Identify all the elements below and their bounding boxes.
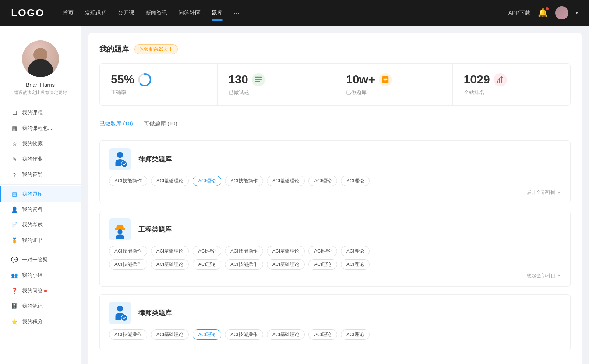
notification-bell[interactable]: 🔔 xyxy=(538,8,548,18)
svg-rect-4 xyxy=(255,81,260,82)
sidebar-label-one-on-one: 一对一答疑 xyxy=(22,257,48,263)
stat-ranking: 1029 全站排名 xyxy=(453,64,571,105)
ranking-stat-icon xyxy=(494,73,507,86)
tags-row2-engineer: ACI技能操作 ACI基础理论 ACI理论 ACI技能操作 ACI基础理论 AC… xyxy=(109,259,561,270)
nav-menu: 首页 发现课程 公开课 新闻资讯 问答社区 题库 ··· xyxy=(63,8,508,18)
nav-qa[interactable]: 问答社区 xyxy=(179,8,201,18)
svg-rect-11 xyxy=(501,77,502,83)
sidebar-label-my-courses: 我的课程 xyxy=(22,110,43,116)
tag-lawyer1-3[interactable]: ACI技能操作 xyxy=(225,176,263,186)
app-download-button[interactable]: APP下载 xyxy=(508,10,530,17)
ranking-chart-icon xyxy=(496,76,504,84)
tag-lawyer1-1[interactable]: ACI基础理论 xyxy=(151,176,189,186)
questions-icon: ? xyxy=(11,171,18,178)
tag-eng-r2-6[interactable]: ACI理论 xyxy=(341,259,370,270)
banks-stat-icon xyxy=(379,73,392,86)
sidebar-item-points[interactable]: ⭐ 我的积分 xyxy=(0,314,81,329)
book-icon xyxy=(381,76,389,84)
accuracy-donut-chart xyxy=(138,73,151,86)
nav-opencourse[interactable]: 公开课 xyxy=(118,8,134,18)
user-avatar[interactable] xyxy=(555,6,568,19)
tag-eng-r2-5[interactable]: ACI理论 xyxy=(308,259,337,270)
profile-icon: 👤 xyxy=(11,206,18,213)
tag-lawyer1-5[interactable]: ACI理论 xyxy=(308,176,337,186)
profile-avatar[interactable] xyxy=(22,40,59,77)
nav-questions[interactable]: 题库 xyxy=(212,8,223,18)
sidebar-label-points: 我的积分 xyxy=(22,318,43,325)
sidebar-item-my-courses[interactable]: ☐ 我的课程 xyxy=(0,105,81,121)
svg-point-15 xyxy=(117,229,122,234)
tag-eng-r1-2[interactable]: ACI理论 xyxy=(193,246,221,256)
tag-lawyer1-4[interactable]: ACI基础理论 xyxy=(267,176,305,186)
lawyer-svg xyxy=(111,150,129,168)
sidebar-label-notes: 我的笔记 xyxy=(22,303,43,310)
trial-badge: 体验剩余23天！ xyxy=(134,44,178,54)
page-wrapper: Brian Harris 错误的决定比没有决定要好 ☐ 我的课程 ▦ 我的课程包… xyxy=(0,26,589,364)
nav-home[interactable]: 首页 xyxy=(63,8,74,18)
tag-eng-r2-4[interactable]: ACI基础理论 xyxy=(267,259,305,270)
sidebar: Brian Harris 错误的决定比没有决定要好 ☐ 我的课程 ▦ 我的课程包… xyxy=(0,26,81,364)
tag-eng-r1-0[interactable]: ACI技能操作 xyxy=(109,246,147,256)
tag-lawyer2-3[interactable]: ACI技能操作 xyxy=(225,329,263,340)
tab-available-banks[interactable]: 可做题库 (10) xyxy=(144,117,177,131)
sidebar-label-exams: 我的考试 xyxy=(22,222,43,228)
nav-news[interactable]: 新闻资讯 xyxy=(145,8,167,18)
user-menu-chevron[interactable]: ▾ xyxy=(576,10,578,15)
tag-lawyer1-6[interactable]: ACI理论 xyxy=(341,176,370,186)
bank-title-lawyer2: 律师类题库 xyxy=(138,308,172,317)
tag-eng-r1-6[interactable]: ACI理论 xyxy=(341,246,370,256)
sidebar-item-question-bank[interactable]: ▤ 我的题库 xyxy=(0,186,81,202)
engineer-svg xyxy=(111,220,129,239)
collapse-engineer[interactable]: 收起全部科目 ∧ xyxy=(109,272,561,279)
sidebar-item-one-on-one[interactable]: 💬 一对一答疑 xyxy=(0,252,81,268)
lawyer2-svg xyxy=(111,304,129,322)
tag-eng-r2-2[interactable]: ACI理论 xyxy=(193,259,221,270)
bank-card-engineer: 工程类题库 ACI技能操作 ACI基础理论 ACI理论 ACI技能操作 ACI基… xyxy=(99,211,571,287)
tag-eng-r1-5[interactable]: ACI理论 xyxy=(308,246,337,256)
tag-eng-r2-3[interactable]: ACI技能操作 xyxy=(225,259,263,270)
tag-lawyer2-5[interactable]: ACI理论 xyxy=(308,329,337,340)
sidebar-item-exams[interactable]: 📄 我的考试 xyxy=(0,217,81,233)
nav-more[interactable]: ··· xyxy=(234,9,239,17)
logo: LOGO xyxy=(11,7,44,19)
navbar: LOGO 首页 发现课程 公开课 新闻资讯 问答社区 题库 ··· APP下载 … xyxy=(0,0,589,26)
tag-eng-r1-4[interactable]: ACI基础理论 xyxy=(267,246,305,256)
bank-title-lawyer1: 律师类题库 xyxy=(138,155,172,164)
tags-row-lawyer1: ACI技能操作 ACI基础理论 ACI理论 ACI技能操作 ACI基础理论 AC… xyxy=(109,176,561,186)
tag-eng-r1-1[interactable]: ACI基础理论 xyxy=(151,246,189,256)
stat-value-banks: 10w+ xyxy=(346,73,375,86)
sidebar-item-notes[interactable]: 📓 我的笔记 xyxy=(0,299,81,314)
sidebar-item-homework[interactable]: ✎ 我的作业 xyxy=(0,151,81,167)
sidebar-item-profile[interactable]: 👤 我的资料 xyxy=(0,202,81,217)
sidebar-label-my-qa: 我的问答 xyxy=(22,288,43,294)
tag-eng-r1-3[interactable]: ACI技能操作 xyxy=(225,246,263,256)
stat-accuracy: 55% 正确率 xyxy=(100,64,218,105)
tag-lawyer2-4[interactable]: ACI基础理论 xyxy=(267,329,305,340)
exams-icon: 📄 xyxy=(11,222,18,228)
engineer-icon xyxy=(109,218,131,240)
tag-lawyer1-0[interactable]: ACI技能操作 xyxy=(109,176,147,186)
nav-discover[interactable]: 发现课程 xyxy=(85,8,107,18)
sidebar-item-certificates[interactable]: 🏅 我的证书 xyxy=(0,233,81,248)
tag-eng-r2-1[interactable]: ACI基础理论 xyxy=(151,259,189,270)
sidebar-item-favorites[interactable]: ☆ 我的收藏 xyxy=(0,136,81,151)
tag-lawyer1-2[interactable]: ACI理论 xyxy=(193,176,221,186)
stat-top-banks: 10w+ xyxy=(346,73,392,86)
stat-value-questions: 130 xyxy=(229,73,248,86)
stat-label-banks: 已做题库 xyxy=(346,89,367,96)
stat-top-ranking: 1029 xyxy=(464,73,507,86)
tag-lawyer2-2[interactable]: ACI理论 xyxy=(193,329,221,340)
sidebar-item-groups[interactable]: 👥 我的小组 xyxy=(0,268,81,283)
tag-lawyer2-0[interactable]: ACI技能操作 xyxy=(109,329,147,340)
tag-eng-r2-0[interactable]: ACI技能操作 xyxy=(109,259,147,270)
bank-card-header-engineer: 工程类题库 xyxy=(109,218,561,240)
tag-lawyer2-1[interactable]: ACI基础理论 xyxy=(151,329,189,340)
sidebar-label-questions: 我的答疑 xyxy=(22,171,43,178)
sidebar-item-my-qa[interactable]: ❓ 我的问答 xyxy=(0,283,81,299)
expand-lawyer1[interactable]: 展开全部科目 ∨ xyxy=(109,189,561,196)
tab-done-banks[interactable]: 已做题库 (10) xyxy=(99,117,133,131)
sidebar-item-questions[interactable]: ? 我的答疑 xyxy=(0,167,81,182)
svg-rect-3 xyxy=(255,79,262,80)
sidebar-item-course-packages[interactable]: ▦ 我的课程包... xyxy=(0,121,81,136)
tag-lawyer2-6[interactable]: ACI理论 xyxy=(341,329,370,340)
